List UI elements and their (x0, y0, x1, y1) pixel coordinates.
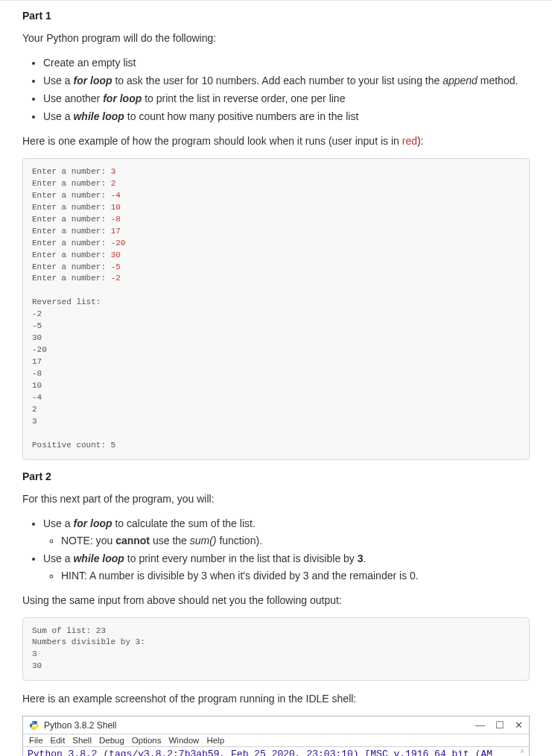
menu-item[interactable]: Edit (51, 736, 66, 745)
python-icon (29, 720, 39, 731)
part2-code-output: Sum of list: 23 Numbers divisible by 3: … (22, 617, 530, 681)
part1-intro: Your Python program will do the followin… (22, 31, 530, 46)
idle-window: Python 3.8.2 Shell — ☐ ✕ FileEditShellDe… (22, 716, 530, 756)
part1-code-output: Enter a number: 3 Enter a number: 2 Ente… (22, 158, 530, 460)
menu-item[interactable]: Shell (72, 736, 92, 745)
list-item: NOTE: you cannot use the sum() function)… (61, 533, 530, 549)
list-item: Use a while loop to count how many posit… (43, 109, 530, 125)
list-item: HINT: A number is divisible by 3 when it… (61, 568, 530, 584)
maximize-icon[interactable]: ☐ (495, 719, 504, 731)
menu-item[interactable]: Debug (99, 736, 124, 745)
list-item: Use a while loop to print every number i… (43, 551, 530, 584)
minimize-icon[interactable]: — (475, 719, 485, 731)
part1-example-lead: Here is one example of how the program s… (22, 133, 530, 149)
part1-heading: Part 1 (22, 10, 530, 22)
close-icon[interactable]: ✕ (515, 719, 523, 731)
idle-menubar: FileEditShellDebugOptionsWindowHelp (23, 734, 529, 747)
list-item: Create an empty list (43, 55, 530, 71)
list-item: Use a for loop to calculate the sum of t… (43, 516, 530, 549)
part2-same-input: Using the same input from above should n… (22, 593, 530, 608)
part2-intro: For this next part of the program, you w… (22, 491, 530, 507)
part2-bullet-list: Use a for loop to calculate the sum of t… (22, 516, 530, 584)
idle-titlebar: Python 3.8.2 Shell — ☐ ✕ (23, 716, 529, 734)
list-item: Use another for loop to print the list i… (43, 91, 530, 107)
menu-item[interactable]: Options (132, 736, 162, 745)
sub-list: NOTE: you cannot use the sum() function)… (43, 533, 530, 549)
menu-item[interactable]: Help (206, 736, 224, 745)
sub-list: HINT: A number is divisible by 3 when it… (43, 568, 530, 584)
menu-item[interactable]: File (29, 736, 43, 745)
document-page: Part 1 Your Python program will do the f… (0, 0, 552, 756)
idle-console: Python 3.8.2 (tags/v3.8.2:7b3ab59, Feb 2… (23, 747, 529, 756)
part1-bullet-list: Create an empty list Use a for loop to a… (22, 55, 530, 125)
window-title: Python 3.8.2 Shell (44, 720, 475, 731)
part2-heading: Part 2 (22, 470, 530, 482)
scrollbar-up-icon[interactable]: ^ (520, 749, 524, 756)
screenshot-lead: Here is an example screenshot of the pro… (22, 691, 530, 707)
menu-item[interactable]: Window (168, 736, 199, 745)
window-controls: — ☐ ✕ (475, 719, 523, 731)
list-item: Use a for loop to ask the user for 10 nu… (43, 73, 530, 89)
